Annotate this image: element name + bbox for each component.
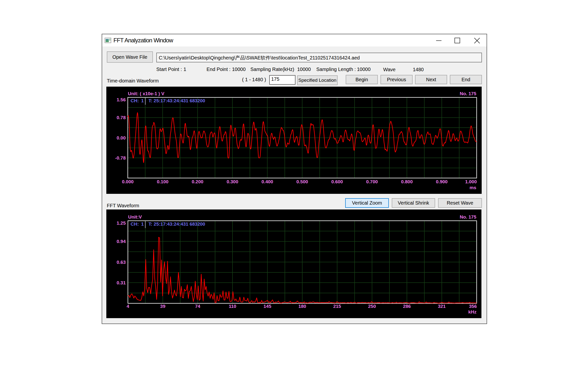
svg-text:0.300: 0.300 (227, 179, 238, 184)
svg-text:250: 250 (368, 304, 376, 309)
svg-text:T: 25:17:43:24:431 683200: T: 25:17:43:24:431 683200 (148, 221, 205, 227)
svg-text:180: 180 (298, 304, 306, 309)
svg-text:0.500: 0.500 (296, 179, 308, 184)
svg-text:145: 145 (264, 304, 271, 309)
svg-text:CH:: CH: (131, 221, 139, 227)
svg-text:0.63: 0.63 (117, 260, 126, 265)
svg-text:0.100: 0.100 (157, 179, 169, 184)
svg-text:CH:: CH: (131, 98, 139, 103)
svg-text:0.78: 0.78 (117, 115, 126, 120)
svg-text:No. 175: No. 175 (460, 214, 476, 220)
svg-text:321: 321 (438, 304, 446, 309)
svg-text:0.94: 0.94 (117, 239, 126, 244)
svg-text:356: 356 (469, 304, 477, 309)
svg-text:0.900: 0.900 (436, 179, 448, 184)
svg-text:0.700: 0.700 (366, 179, 378, 184)
svg-text:0.200: 0.200 (192, 179, 204, 184)
svg-text:0.600: 0.600 (331, 179, 343, 184)
svg-text:0.400: 0.400 (261, 179, 273, 184)
svg-text:0.800: 0.800 (401, 179, 413, 184)
svg-text:215: 215 (333, 304, 341, 309)
svg-text:4: 4 (127, 304, 129, 309)
svg-text:Unit:V: Unit:V (128, 214, 142, 220)
svg-text:kHz: kHz (468, 309, 477, 314)
svg-text:T: 25:17:43:24:431 683200: T: 25:17:43:24:431 683200 (148, 98, 205, 103)
svg-text:0.000: 0.000 (122, 179, 134, 184)
svg-text:286: 286 (403, 304, 411, 309)
svg-text:0.31: 0.31 (117, 280, 126, 285)
svg-text:0.00: 0.00 (117, 135, 126, 140)
svg-text:74: 74 (195, 304, 200, 309)
svg-text:-0.78: -0.78 (115, 155, 126, 161)
svg-text:110: 110 (229, 304, 236, 309)
svg-text:1: 1 (141, 98, 144, 103)
svg-text:1.25: 1.25 (117, 220, 126, 226)
svg-text:39: 39 (160, 304, 165, 309)
svg-text:Unit: ( x10e-1 ) V: Unit: ( x10e-1 ) V (128, 91, 164, 96)
svg-text:1: 1 (141, 221, 144, 227)
svg-text:ms: ms (470, 185, 476, 190)
svg-text:1.000: 1.000 (465, 179, 477, 184)
svg-text:1.56: 1.56 (117, 97, 126, 102)
svg-text:No. 175: No. 175 (460, 91, 476, 96)
